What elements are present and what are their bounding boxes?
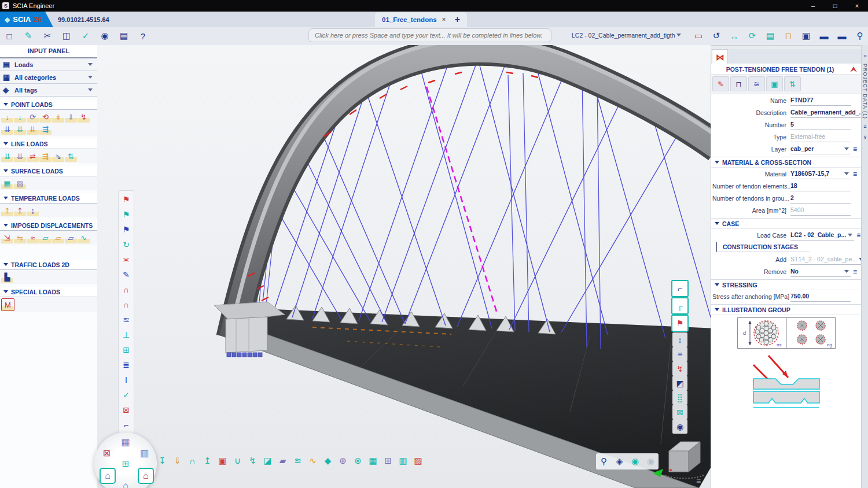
database-layers-icon[interactable]: ≡ (672, 347, 687, 361)
free-surface-load-icon[interactable]: ▨ (14, 178, 26, 189)
tendons-in-group-field[interactable]: 2 (790, 193, 851, 204)
line-moment-icon[interactable]: ⇌ (27, 150, 39, 162)
chevron-down-icon[interactable] (844, 147, 849, 150)
add-stage-field[interactable]: ST14_2 - 02_cable_pe... (790, 254, 865, 265)
temperature-surface-icon[interactable]: ↥ (14, 205, 26, 216)
stress-after-anchoring-field[interactable]: 750.00 (790, 291, 851, 302)
row-settings-icon[interactable]: ≡ (851, 268, 859, 276)
curved-deformation-icon[interactable]: ∿ (78, 232, 90, 243)
edit-project-icon[interactable]: ✎ (21, 29, 35, 43)
chevron-down-icon[interactable] (844, 270, 849, 273)
paintbrush-icon[interactable]: ✎ (119, 267, 134, 282)
rhomb-load-icon[interactable]: ◆ (321, 453, 335, 468)
project-data-tab-label[interactable]: PROJECT DATA (1) (862, 64, 868, 119)
layers-stack-icon[interactable]: ≣ (119, 357, 134, 372)
line-load-beam-icon[interactable]: ⇊ (1, 150, 13, 162)
remove-stage-field[interactable]: No (790, 267, 851, 277)
number-field[interactable]: 5 (790, 120, 851, 130)
parallel-tendon-icon[interactable]: ≍ (119, 252, 134, 267)
free-point-load-icon[interactable]: ↧ (155, 453, 170, 468)
visibility-off-icon[interactable]: ◉ (643, 454, 658, 469)
pier-deformation-icon[interactable]: ≈ (27, 232, 39, 243)
edit-visibility-icon[interactable]: ◉ (628, 454, 642, 469)
support-node-icon[interactable]: ⊥ (119, 327, 134, 342)
support-translation-icon[interactable]: ⇲ (1, 232, 13, 243)
categories-filter[interactable]: ▦ All categories (0, 71, 97, 84)
node-forces-group-icon[interactable]: ⇊ (1, 123, 13, 135)
type-field[interactable]: External-free (790, 132, 851, 142)
view-cabinet-icon[interactable]: ▥ (138, 446, 152, 460)
clipboard-icon[interactable]: ▤ (763, 29, 777, 43)
view-box-icon[interactable]: ▦ (119, 435, 133, 449)
point-force-eccentric-icon[interactable]: ↯ (78, 111, 90, 123)
line-load-projection-icon[interactable]: ⇘ (52, 150, 64, 162)
bridge-load-icon[interactable]: ▨ (411, 453, 425, 468)
delete-table-icon[interactable]: ⊠ (119, 402, 134, 417)
close-tab-icon[interactable]: × (442, 16, 446, 24)
point-load-up-icon[interactable]: ↥ (200, 453, 215, 468)
traffic-load-2d-icon[interactable]: ▙ (1, 271, 13, 283)
free-surface-load-icon[interactable]: ∩ (185, 453, 200, 468)
view-house-red-icon[interactable]: ⌂ (138, 468, 154, 484)
wave-load-2-icon[interactable]: ∿ (306, 453, 320, 468)
point-force-surface-icon[interactable]: ⇓ (65, 111, 77, 123)
command-search[interactable] (308, 28, 551, 42)
layers-teal-icon[interactable]: ≋ (119, 312, 134, 327)
free-point-force-icon[interactable]: ↡ (52, 111, 64, 123)
illustration-group-section-header[interactable]: ILLUSTRATION GROUP (711, 304, 862, 315)
checked-selection-icon[interactable]: ⊠ (672, 405, 687, 419)
imposed-displacements-header[interactable]: IMPOSED DISPLACEMENTS (0, 220, 97, 231)
project-user-icon[interactable]: ◫ (60, 29, 73, 43)
viewport-menu-icon[interactable]: ≡ (696, 476, 701, 486)
special-loads-header[interactable]: SPECIAL LOADS (0, 287, 97, 297)
stretch-vertical-icon[interactable]: ↕ (672, 332, 687, 347)
row-settings-icon[interactable]: ≡ (851, 145, 859, 153)
surface-slab-load-2-icon[interactable]: ▰ (275, 453, 290, 468)
sliders-icon[interactable]: ≡ (863, 53, 866, 59)
panel-load-icon[interactable]: ▥ (396, 453, 410, 468)
text-label-icon[interactable]: I (119, 372, 134, 387)
selection-box-icon[interactable]: ▭ (692, 29, 705, 43)
pedestrian-red-icon[interactable]: ⚑ (671, 315, 689, 332)
point-moment-node-icon[interactable]: ⟳ (27, 111, 39, 123)
arch-frame-icon[interactable]: ∩ (119, 282, 134, 297)
search-input[interactable] (309, 29, 562, 42)
expand-window-icon[interactable]: ▣ (799, 29, 813, 43)
temperature-gradient-icon[interactable]: ↨ (27, 205, 39, 216)
minimize-button[interactable]: – (802, 0, 824, 12)
traffic-loads-header[interactable]: TRAFFIC LOADS 2D (0, 260, 97, 270)
free-line-load-icon[interactable]: ⇓ (170, 453, 185, 468)
new-project-icon[interactable]: □ (2, 29, 16, 43)
visibility-eye-icon[interactable]: ◉ (672, 419, 687, 434)
check-structure-icon[interactable]: ✓ (79, 29, 93, 43)
point-force-beam-icon[interactable]: ↓ (14, 111, 26, 123)
undo-layout-icon[interactable]: ↺ (709, 29, 723, 43)
tendon-elements-field[interactable]: 18 (790, 181, 851, 191)
temperature-beam-icon[interactable]: ↥ (1, 205, 13, 216)
view-grid-icon[interactable]: ⊞ (119, 457, 133, 471)
surface-forces-group-icon[interactable]: ⇊ (27, 123, 39, 135)
point-displacement-icon[interactable]: ↯ (245, 453, 260, 468)
scia-menu-tab[interactable]: ◆ SCIA 26 (0, 12, 58, 27)
slab-deformation-3-icon[interactable]: ▱ (65, 232, 77, 243)
grid-plus-load-icon[interactable]: ⊞ (381, 453, 395, 468)
line-loads-header[interactable]: LINE LOADS (0, 139, 97, 149)
surface-loads-header[interactable]: SURFACE LOADS (0, 166, 97, 176)
row-settings-icon[interactable]: ≡ (851, 170, 859, 178)
slab-deformation-2-icon[interactable]: ▱ (52, 232, 64, 243)
view-eye-icon[interactable]: ◉ (98, 29, 112, 43)
new-tab-icon[interactable]: + (455, 14, 460, 25)
wall-corner-icon[interactable]: ⌐ (671, 280, 689, 297)
mass-load-icon[interactable]: M (1, 298, 14, 311)
model-viewport[interactable] (97, 45, 711, 488)
tendon-anchor-blue-icon[interactable]: ⚑ (119, 222, 134, 237)
user-search-icon[interactable]: ⚲ (853, 29, 867, 43)
name-field[interactable]: FTND77 (790, 95, 851, 106)
monitor-1-icon[interactable]: ▬ (817, 29, 831, 43)
tendon-edit-icon[interactable]: ✎ (712, 76, 729, 91)
lock-icon[interactable]: ⊓ (781, 29, 795, 43)
project-data-strip[interactable]: ≡ PROJECT DATA (1) ≡ ∨ (861, 45, 868, 488)
circle-cross-load-icon[interactable]: ⊗ (351, 453, 365, 468)
monitor-2-icon[interactable]: ▬ (835, 29, 849, 43)
material-cross-section-section-header[interactable]: MATERIAL & CROSS-SECTION (711, 157, 862, 168)
